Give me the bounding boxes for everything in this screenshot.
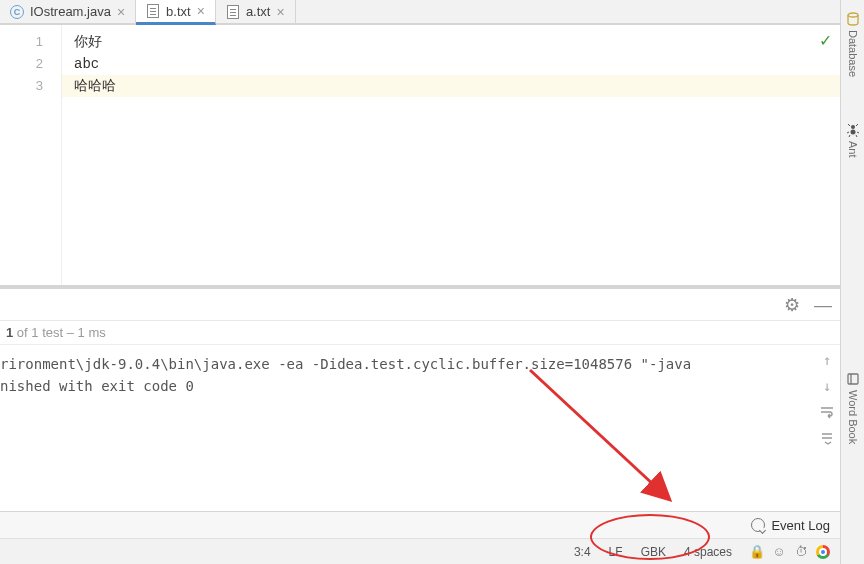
- scroll-up-icon[interactable]: ↑: [818, 351, 836, 369]
- close-icon[interactable]: ×: [197, 4, 205, 18]
- tab-iostream-java[interactable]: C IOstream.java ×: [0, 0, 136, 23]
- tab-label: b.txt: [166, 4, 191, 19]
- book-icon: [846, 372, 860, 386]
- memory-icon[interactable]: ⏱: [794, 545, 808, 559]
- code-editor[interactable]: 1 2 3 你好 abc 哈哈哈 ✓: [0, 25, 840, 285]
- line-number: 1: [0, 31, 61, 53]
- line-separator[interactable]: LF: [609, 545, 623, 559]
- soft-wrap-icon[interactable]: [818, 403, 836, 421]
- code-line: 你好: [62, 31, 840, 53]
- event-log-label: Event Log: [771, 518, 830, 533]
- svg-rect-3: [848, 374, 858, 384]
- editor-tabs: C IOstream.java × b.txt × a.txt ×: [0, 0, 840, 25]
- text-file-icon: [226, 5, 240, 19]
- minimize-icon[interactable]: —: [814, 296, 832, 314]
- test-summary-rest: of 1 test – 1 ms: [13, 325, 106, 340]
- tool-panel-actions: ⚙ —: [0, 289, 840, 321]
- line-number-gutter: 1 2 3: [0, 25, 62, 285]
- status-bar: 3:4 LF GBK 4 spaces 🔒 ☺ ⏱: [0, 538, 840, 564]
- line-number: 2: [0, 53, 61, 75]
- test-summary: 1 of 1 test – 1 ms: [0, 321, 840, 345]
- code-line: abc: [62, 53, 840, 75]
- console-line: nished with exit code 0: [0, 375, 840, 397]
- lock-icon[interactable]: 🔒: [750, 545, 764, 559]
- file-encoding[interactable]: GBK: [641, 545, 666, 559]
- caret-position[interactable]: 3:4: [574, 545, 591, 559]
- rail-label: Database: [847, 30, 859, 77]
- status-icons: 🔒 ☺ ⏱: [750, 545, 830, 559]
- tab-b-txt[interactable]: b.txt ×: [136, 0, 216, 25]
- code-line: 哈哈哈: [62, 75, 840, 97]
- svg-point-2: [850, 130, 855, 135]
- inspection-ok-icon: ✓: [819, 31, 832, 50]
- database-icon: [846, 12, 860, 26]
- tab-a-txt[interactable]: a.txt ×: [216, 0, 296, 23]
- scroll-down-icon[interactable]: ↓: [818, 377, 836, 395]
- scroll-to-end-icon[interactable]: [818, 429, 836, 447]
- rail-label: Word Book: [847, 390, 859, 444]
- ant-icon: [846, 123, 860, 137]
- tab-label: a.txt: [246, 4, 271, 19]
- code-area[interactable]: 你好 abc 哈哈哈: [62, 25, 840, 285]
- rail-ant[interactable]: Ant: [846, 123, 860, 158]
- chrome-icon[interactable]: [816, 545, 830, 559]
- console-line: rironment\jdk-9.0.4\bin\java.exe -ea -Di…: [0, 353, 840, 375]
- svg-point-1: [851, 125, 855, 129]
- tab-label: IOstream.java: [30, 4, 111, 19]
- rail-wordbook[interactable]: Word Book: [846, 372, 860, 444]
- close-icon[interactable]: ×: [276, 5, 284, 19]
- close-icon[interactable]: ×: [117, 5, 125, 19]
- bottom-bars: Event Log 3:4 LF GBK 4 spaces 🔒 ☺ ⏱: [0, 511, 840, 564]
- event-log-row[interactable]: Event Log: [0, 512, 840, 538]
- run-console[interactable]: rironment\jdk-9.0.4\bin\java.exe -ea -Di…: [0, 345, 840, 511]
- console-side-actions: ↑ ↓: [818, 351, 836, 447]
- text-file-icon: [146, 4, 160, 18]
- gear-icon[interactable]: ⚙: [784, 296, 800, 314]
- speech-bubble-icon: [751, 518, 765, 532]
- right-tool-rail: Database Ant Word Book: [840, 0, 864, 564]
- svg-point-0: [848, 13, 858, 17]
- inspector-icon[interactable]: ☺: [772, 545, 786, 559]
- java-class-icon: C: [10, 5, 24, 19]
- indent-setting[interactable]: 4 spaces: [684, 545, 732, 559]
- rail-database[interactable]: Database: [846, 12, 860, 77]
- rail-label: Ant: [847, 141, 859, 158]
- line-number: 3: [0, 75, 61, 97]
